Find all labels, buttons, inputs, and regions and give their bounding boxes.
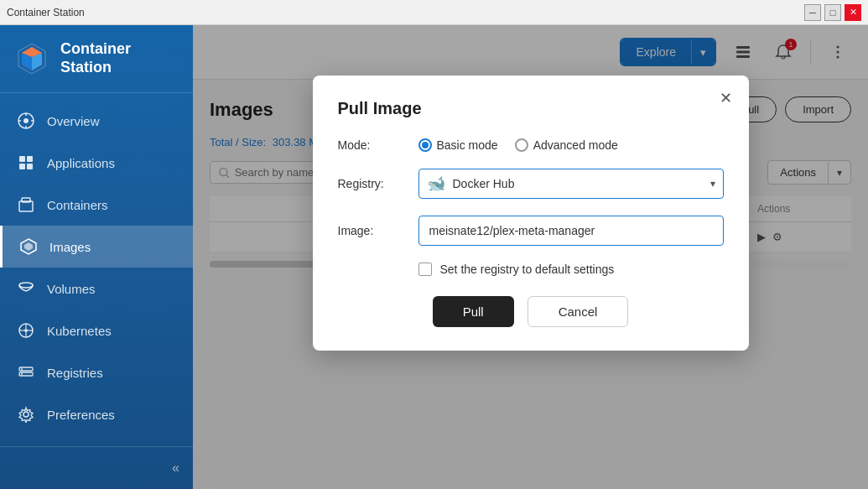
sidebar-item-images[interactable]: Images [0,226,193,268]
sidebar-nav: Overview Applications [0,93,193,446]
sidebar-item-containers-label: Containers [47,198,108,212]
sidebar-item-volumes[interactable]: Volumes [0,268,193,310]
overview-icon [17,112,35,130]
preferences-icon [17,405,35,424]
sidebar-item-volumes-label: Volumes [47,282,96,296]
advanced-mode-label: Advanced mode [533,138,618,152]
maximize-button[interactable]: □ [824,4,841,21]
modal-footer: Pull Cancel [338,296,724,327]
sidebar-collapse: « [0,455,193,481]
mode-label: Mode: [338,138,405,152]
title-bar: Container Station ─ □ ✕ [0,0,868,25]
sidebar-item-preferences[interactable]: Preferences [0,393,193,435]
registry-row: Registry: 🐋 Docker Hub ▾ [338,169,724,199]
svg-rect-16 [22,198,30,202]
svg-rect-14 [27,164,33,169]
main-content: Explore ▾ 1 [193,25,868,489]
applications-icon [17,153,35,172]
sidebar-item-images-label: Images [49,240,91,254]
sidebar-header: Container Station [0,25,193,93]
basic-mode-option[interactable]: Basic mode [418,138,498,152]
modal-cancel-button[interactable]: Cancel [528,296,629,327]
mode-row: Mode: Basic mode Advanced mode [338,138,724,152]
sidebar-item-applications-label: Applications [47,156,115,170]
title-bar-controls: ─ □ ✕ [804,4,861,21]
sidebar-item-containers[interactable]: Containers [0,184,193,226]
sidebar-item-overview-label: Overview [47,114,100,128]
svg-point-19 [19,283,33,288]
advanced-mode-radio[interactable] [515,138,528,152]
sidebar-item-kubernetes-label: Kubernetes [47,324,112,338]
modal-title: Pull Image [338,99,724,118]
svg-point-21 [24,329,28,332]
images-icon [19,237,38,256]
default-registry-row: Set the registry to default settings [338,263,724,276]
docker-hub-icon: 🐋 [427,174,445,193]
svg-rect-12 [27,156,33,162]
sidebar-item-applications[interactable]: Applications [0,142,193,184]
svg-point-29 [21,373,23,375]
svg-marker-18 [24,242,33,251]
svg-point-6 [23,118,29,123]
title-bar-title: Container Station [7,7,85,18]
sidebar-app-name: Container Station [60,40,179,76]
volumes-icon [17,279,35,298]
mode-radio-group: Basic mode Advanced mode [418,138,618,152]
basic-mode-radio[interactable] [418,138,432,152]
advanced-mode-option[interactable]: Advanced mode [515,138,618,152]
collapse-button[interactable]: « [172,460,179,476]
pull-image-modal: Pull Image ✕ Mode: Basic mode Advanced m… [313,75,749,351]
modal-close-button[interactable]: ✕ [720,91,732,106]
registries-icon [17,363,35,382]
sidebar-item-kubernetes[interactable]: Kubernetes [0,310,193,351]
default-registry-label: Set the registry to default settings [440,263,615,276]
app-logo [13,40,50,77]
image-label: Image: [338,224,405,237]
sidebar-item-registries[interactable]: Registries [0,351,193,393]
containers-icon [17,195,35,214]
kubernetes-icon [17,321,35,340]
image-input[interactable] [418,216,724,246]
sidebar-item-preferences-label: Preferences [47,408,115,422]
default-registry-checkbox[interactable] [418,263,432,276]
svg-point-28 [21,368,23,370]
sidebar: Container Station Overview [0,25,193,489]
app-container: Container Station Overview [0,25,868,489]
registry-select-wrapper: 🐋 Docker Hub ▾ [418,169,724,199]
minimize-button[interactable]: ─ [804,4,821,21]
registry-label: Registry: [338,177,405,190]
modal-pull-button[interactable]: Pull [433,296,514,327]
image-row: Image: [338,216,724,246]
sidebar-item-overview[interactable]: Overview [0,100,193,142]
sidebar-item-registries-label: Registries [47,366,103,380]
svg-point-30 [23,412,29,417]
sidebar-footer: « [0,446,193,489]
modal-overlay: Pull Image ✕ Mode: Basic mode Advanced m… [193,25,868,489]
svg-rect-15 [19,201,33,211]
svg-rect-13 [19,164,25,169]
basic-mode-label: Basic mode [437,138,498,152]
svg-rect-11 [19,156,25,162]
registry-select[interactable]: Docker Hub [418,169,724,199]
close-button[interactable]: ✕ [845,4,861,21]
